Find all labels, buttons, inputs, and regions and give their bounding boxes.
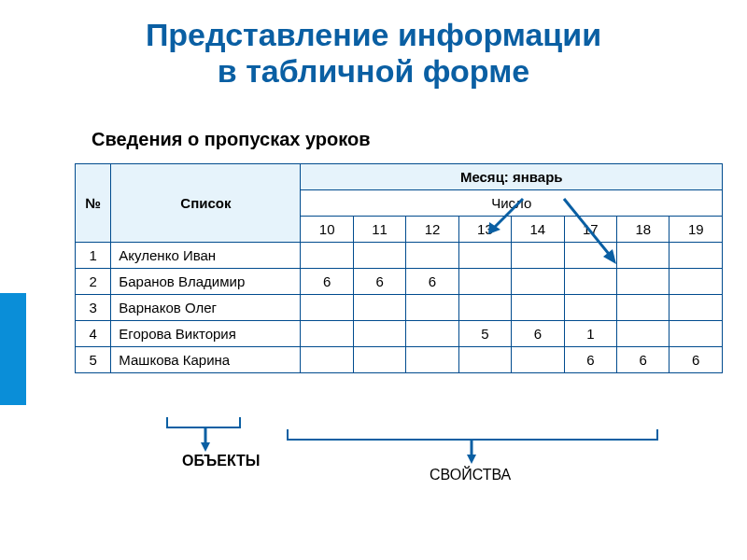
th-day: 19: [669, 217, 723, 243]
arrow-objects-to-number: [558, 199, 633, 273]
label-properties: СВОЙСТВА: [430, 467, 511, 483]
subtitle: Сведения о пропусках уроков: [92, 129, 747, 150]
cell-num: 4: [76, 321, 111, 347]
page-title: Представление информации в табличной фор…: [0, 17, 747, 90]
th-num: №: [76, 164, 111, 243]
th-month: Месяц: январь: [301, 164, 723, 190]
cell-name: Машкова Карина: [111, 347, 301, 373]
title-line-1: Представление информации: [146, 17, 601, 52]
cell-value: [617, 295, 669, 321]
cell-value: [512, 347, 564, 373]
cell-value: [406, 295, 458, 321]
title-line-2: в табличной форме: [218, 53, 529, 89]
cell-value: 1: [564, 321, 616, 347]
cell-value: [301, 321, 353, 347]
cell-value: [353, 243, 405, 269]
cell-value: [301, 295, 353, 321]
cell-value: [669, 321, 723, 347]
cell-num: 1: [76, 243, 111, 269]
cell-value: 6: [353, 269, 405, 295]
cell-value: [512, 243, 564, 269]
cell-value: [512, 269, 564, 295]
cell-name: Егорова Виктория: [111, 321, 301, 347]
cell-value: 6: [617, 347, 669, 373]
svg-line-4: [493, 199, 523, 229]
label-objects-bottom: ОБЪЕКТЫ: [182, 453, 261, 469]
decorative-side-bar: [0, 293, 26, 405]
cell-value: [353, 347, 405, 373]
cell-value: [353, 295, 405, 321]
cell-value: [669, 295, 723, 321]
cell-value: [458, 295, 511, 321]
cell-num: 3: [76, 295, 111, 321]
cell-value: 6: [512, 321, 564, 347]
arrow-objects-to-month: [486, 199, 532, 241]
cell-value: 6: [564, 347, 616, 373]
cell-value: 5: [458, 321, 511, 347]
cell-num: 5: [76, 347, 111, 373]
cell-name: Акуленко Иван: [111, 243, 301, 269]
cell-value: [669, 269, 723, 295]
cell-value: [458, 243, 511, 269]
cell-value: [458, 347, 511, 373]
arrow-bracket-big: [467, 440, 476, 464]
table-row: 4Егорова Виктория561: [76, 321, 723, 347]
cell-name: Баранов Владимир: [111, 269, 301, 295]
cell-value: 6: [406, 269, 458, 295]
arrow-bracket-small: [201, 427, 210, 452]
table-row: 3Варнаков Олег: [76, 295, 723, 321]
cell-value: [512, 295, 564, 321]
cell-value: [564, 295, 616, 321]
cell-value: [669, 243, 723, 269]
svg-marker-1: [201, 442, 210, 452]
cell-value: [458, 269, 511, 295]
th-day: 11: [353, 217, 405, 243]
th-list: Список: [111, 164, 301, 243]
cell-value: [301, 243, 353, 269]
cell-value: 6: [669, 347, 723, 373]
cell-value: [406, 347, 458, 373]
cell-value: 6: [301, 269, 353, 295]
cell-num: 2: [76, 269, 111, 295]
table-row: 5Машкова Карина666: [76, 347, 723, 373]
th-day: 10: [301, 217, 353, 243]
cell-value: [301, 347, 353, 373]
cell-value: [617, 321, 669, 347]
cell-value: [353, 321, 405, 347]
cell-value: [406, 243, 458, 269]
svg-marker-3: [467, 455, 476, 464]
cell-value: [406, 321, 458, 347]
cell-name: Варнаков Олег: [111, 295, 301, 321]
th-day: 12: [406, 217, 458, 243]
svg-line-6: [564, 199, 613, 259]
